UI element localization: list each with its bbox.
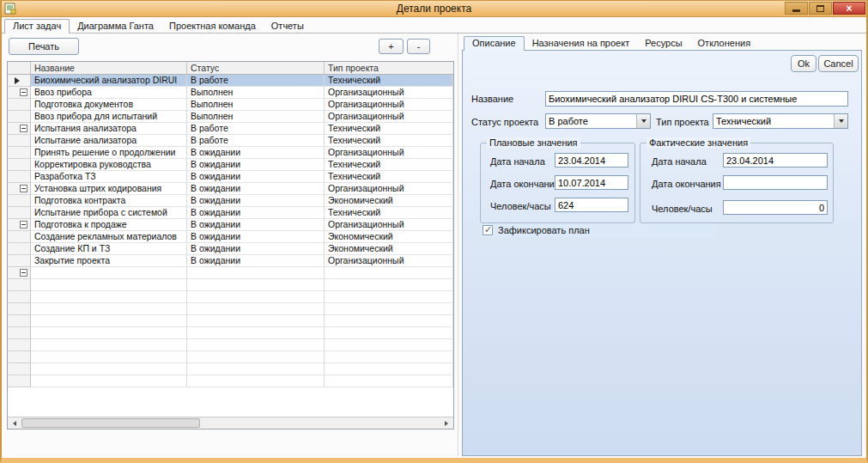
status-select[interactable]: В работе <box>545 113 651 129</box>
table-row[interactable] <box>8 315 453 327</box>
table-row[interactable]: Принять решение о продолженииВ ожиданииО… <box>8 147 453 159</box>
planned-hours-input[interactable] <box>555 198 628 212</box>
table-row[interactable]: Испытания анализатораВ работеТехнический <box>8 123 453 135</box>
panel-splitter[interactable] <box>458 34 458 456</box>
horizontal-scrollbar[interactable] <box>8 417 453 429</box>
table-row[interactable]: Установка штрих кодированияВ ожиданииОрг… <box>8 183 453 195</box>
actual-start-input[interactable] <box>723 153 828 168</box>
cell-status: В ожидании <box>187 231 325 243</box>
cell-name: Принять решение о продолжении <box>31 147 187 159</box>
row-selector-cell[interactable] <box>8 171 31 183</box>
remove-task-button[interactable]: - <box>407 39 430 54</box>
table-row[interactable] <box>8 339 453 351</box>
table-row[interactable] <box>8 267 453 279</box>
row-selector-cell[interactable] <box>8 267 31 279</box>
table-row[interactable]: Подготовка к продажеВ ожиданииОрганизаци… <box>8 219 453 231</box>
scroll-right-arrow[interactable] <box>440 417 453 429</box>
main-tab-1[interactable]: Лист задач <box>4 19 70 34</box>
details-tab-2[interactable]: Назначения на проект <box>525 37 638 51</box>
column-header-3[interactable]: Тип проекта <box>325 62 453 74</box>
row-selector-cell[interactable] <box>8 351 31 363</box>
collapse-node-icon[interactable] <box>20 269 27 277</box>
collapse-node-icon[interactable] <box>20 125 27 132</box>
row-selector-cell[interactable] <box>8 243 31 255</box>
details-tab-1[interactable]: Описание <box>464 36 525 51</box>
row-selector-cell[interactable] <box>8 327 31 339</box>
row-selector-cell[interactable] <box>8 135 31 147</box>
table-row[interactable] <box>8 351 453 363</box>
column-header-1[interactable]: Название <box>31 62 187 74</box>
cell-status <box>187 327 325 339</box>
collapse-node-icon[interactable] <box>20 221 27 228</box>
actual-hours-input[interactable] <box>723 200 828 215</box>
row-selector-cell[interactable] <box>8 303 31 315</box>
row-selector-cell[interactable] <box>8 339 31 351</box>
row-selector-cell[interactable] <box>8 315 31 327</box>
add-task-button[interactable]: + <box>379 39 404 54</box>
table-row[interactable]: Подготовка контрактаВ ожиданииЭкономичес… <box>8 195 453 207</box>
row-selector-cell[interactable] <box>8 111 31 123</box>
main-tab-2[interactable]: Диаграмма Ганта <box>70 20 161 34</box>
fix-plan-row[interactable]: Зафиксировать план <box>480 223 714 237</box>
row-selector-cell[interactable] <box>8 207 31 219</box>
table-row[interactable]: Биохимический анализатор DIRUIВ работеТе… <box>8 75 453 87</box>
table-row[interactable]: Создание КП и ТЗВ ожиданииЭкономический <box>8 243 453 255</box>
status-dropdown-button[interactable] <box>636 114 650 128</box>
row-selector-cell[interactable] <box>8 99 31 111</box>
name-input[interactable] <box>545 91 848 107</box>
scroll-left-arrow[interactable] <box>8 417 21 429</box>
cancel-button[interactable]: Cancel <box>818 55 859 72</box>
row-selector-cell[interactable] <box>8 147 31 159</box>
scrollbar-thumb[interactable] <box>21 418 200 428</box>
minimize-button[interactable] <box>785 2 808 15</box>
row-selector-cell[interactable] <box>8 195 31 207</box>
ok-button[interactable]: Ok <box>791 55 816 72</box>
table-row[interactable] <box>8 279 453 291</box>
type-dropdown-button[interactable] <box>834 114 847 128</box>
row-selector-cell[interactable] <box>8 255 31 267</box>
row-selector-cell[interactable] <box>8 159 31 171</box>
row-selector-cell[interactable] <box>8 123 31 135</box>
table-row[interactable]: Испытание прибора с системойВ ожиданииТе… <box>8 207 453 219</box>
print-button[interactable]: Печать <box>9 38 79 55</box>
table-row[interactable]: Ввоз прибора для испытанийВыполненОргани… <box>8 111 453 123</box>
row-selector-cell[interactable] <box>8 231 31 243</box>
table-row[interactable] <box>8 327 453 339</box>
table-row[interactable]: Подготовка документовВыполненОрганизацио… <box>8 99 453 111</box>
main-tab-4[interactable]: Отчеты <box>264 20 312 34</box>
maximize-button[interactable] <box>809 2 832 15</box>
actual-end-input[interactable] <box>723 175 828 190</box>
table-row[interactable] <box>8 363 453 375</box>
table-row[interactable]: Испытание анализатораВ работеТехнический <box>8 135 453 147</box>
table-row[interactable] <box>8 303 453 315</box>
main-tab-3[interactable]: Проектная команда <box>161 20 264 34</box>
titlebar[interactable]: Детали проекта × <box>0 0 868 17</box>
column-header-2[interactable]: Статус <box>187 62 325 74</box>
row-selector-cell[interactable] <box>8 219 31 231</box>
cell-name <box>31 279 187 291</box>
table-row[interactable]: Закрытие проектаВ ожиданииОрганизационны… <box>8 255 453 267</box>
table-row[interactable]: Ввоз прибораВыполненОрганизационный <box>8 87 453 99</box>
collapse-node-icon[interactable] <box>20 88 27 96</box>
table-row[interactable]: Создание рекламных материаловВ ожиданииЭ… <box>8 231 453 243</box>
table-row[interactable] <box>8 291 453 303</box>
row-selector-cell[interactable] <box>8 183 31 195</box>
details-tab-4[interactable]: Отклонения <box>690 37 759 51</box>
row-selector-cell[interactable] <box>8 75 31 87</box>
row-selector-cell[interactable] <box>8 291 31 303</box>
fix-plan-checkbox[interactable] <box>483 225 493 235</box>
planned-start-input[interactable] <box>555 153 628 168</box>
table-row[interactable] <box>8 375 453 387</box>
details-tab-3[interactable]: Ресурсы <box>637 37 689 51</box>
type-select[interactable]: Технический <box>713 113 848 129</box>
table-row[interactable]: Корректировка руководстваВ ожиданииТехни… <box>8 159 453 171</box>
row-selector-cell[interactable] <box>8 375 31 387</box>
actual-hours-label: Человек/часы <box>652 204 713 214</box>
row-selector-cell[interactable] <box>8 363 31 375</box>
table-row[interactable]: Разработка ТЗВ ожиданииТехнический <box>8 171 453 183</box>
row-selector-cell[interactable] <box>8 279 31 291</box>
collapse-node-icon[interactable] <box>20 185 27 192</box>
row-selector-cell[interactable] <box>8 87 31 99</box>
planned-end-input[interactable] <box>555 175 628 190</box>
close-button[interactable]: × <box>833 2 865 15</box>
